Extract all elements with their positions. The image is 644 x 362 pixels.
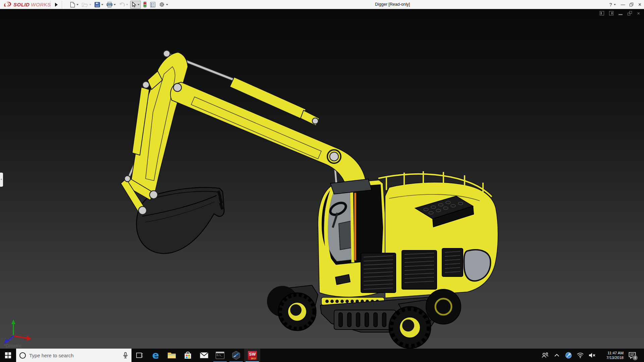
toolbar-separator-2 bbox=[62, 1, 62, 8]
taskbar-app-edge[interactable]: e bbox=[148, 349, 164, 362]
open-folder-icon bbox=[82, 2, 88, 8]
solidworks-2017-icon: SW 2017 bbox=[248, 351, 257, 360]
task-view-button[interactable] bbox=[131, 349, 148, 362]
open-dropdown[interactable] bbox=[89, 4, 91, 5]
file-properties-icon bbox=[150, 2, 156, 8]
brand-text-works: WORKS bbox=[31, 2, 51, 7]
window-controls: ? — × bbox=[609, 0, 641, 9]
titlebar: SOLID WORKS bbox=[0, 0, 644, 9]
new-document-icon bbox=[70, 2, 75, 8]
windows-taskbar: e bbox=[0, 349, 644, 362]
orientation-triad bbox=[3, 319, 32, 345]
hexagon-app-icon bbox=[231, 351, 241, 360]
notification-badge: 4 bbox=[633, 355, 638, 360]
taskbar-app-file-explorer[interactable] bbox=[164, 349, 180, 362]
taskbar-app-store[interactable] bbox=[180, 349, 196, 362]
select-cursor-icon bbox=[131, 2, 137, 8]
digger-3d-model[interactable] bbox=[0, 9, 644, 349]
save-floppy-icon bbox=[94, 2, 100, 8]
file-explorer-icon bbox=[167, 351, 176, 359]
undo-button[interactable] bbox=[118, 1, 129, 9]
options-dropdown[interactable] bbox=[166, 4, 168, 5]
graphics-viewport[interactable]: × bbox=[0, 9, 644, 349]
taskbar-app-mail[interactable] bbox=[196, 349, 212, 362]
print-button[interactable] bbox=[105, 1, 117, 9]
taskbar-search[interactable] bbox=[16, 349, 131, 362]
people-icon[interactable] bbox=[541, 352, 549, 359]
taskbar-app-solidworks[interactable]: SW 2017 bbox=[244, 349, 260, 362]
undo-dropdown[interactable] bbox=[126, 4, 128, 5]
cortana-icon bbox=[19, 352, 26, 359]
tray-security-icon[interactable] bbox=[564, 352, 573, 359]
store-icon bbox=[183, 351, 192, 360]
new-document-dropdown[interactable] bbox=[76, 4, 78, 5]
rebuild-trafficlight-icon bbox=[143, 1, 147, 8]
tray-clock[interactable]: 11:47 AM 7/13/2018 bbox=[599, 351, 624, 360]
select-tool-button[interactable] bbox=[130, 1, 141, 9]
help-dropdown[interactable] bbox=[614, 4, 616, 5]
wheel-front-right bbox=[389, 307, 431, 348]
action-center-button[interactable]: 4 bbox=[627, 349, 638, 362]
mail-icon bbox=[200, 352, 209, 359]
flyout-arrow-icon bbox=[55, 3, 58, 7]
wifi-icon[interactable] bbox=[576, 352, 585, 358]
rebuild-button[interactable] bbox=[142, 1, 148, 9]
options-button[interactable] bbox=[158, 1, 169, 9]
view-orientation-label: *Dimetric bbox=[4, 343, 22, 348]
close-button[interactable]: × bbox=[638, 2, 641, 8]
command-prompt-icon: C:\_ bbox=[216, 352, 224, 359]
task-view-icon bbox=[136, 351, 144, 359]
microphone-icon[interactable] bbox=[123, 352, 128, 359]
help-icon: ? bbox=[609, 2, 612, 7]
help-button[interactable]: ? bbox=[609, 2, 616, 7]
open-button[interactable] bbox=[80, 1, 92, 9]
clock-date: 7/13/2018 bbox=[599, 355, 624, 360]
clock-time: 11:47 AM bbox=[599, 351, 624, 355]
window-title: Digger [Read-only] bbox=[375, 0, 410, 9]
search-input[interactable] bbox=[29, 353, 119, 358]
standard-toolbar bbox=[69, 0, 169, 9]
minimize-button[interactable]: — bbox=[621, 2, 625, 7]
print-dropdown[interactable] bbox=[114, 4, 116, 5]
volume-muted-icon[interactable] bbox=[588, 352, 596, 358]
options-gear-icon bbox=[159, 1, 165, 8]
3ds-logo-icon bbox=[3, 1, 12, 8]
restore-button[interactable] bbox=[630, 3, 633, 6]
new-document-button[interactable] bbox=[69, 1, 79, 9]
undo-icon bbox=[119, 2, 125, 7]
tray-chevron-up-icon[interactable] bbox=[552, 354, 561, 357]
wheel-rear-right bbox=[426, 289, 461, 324]
save-button[interactable] bbox=[93, 1, 104, 9]
taskbar-app-hexagon[interactable] bbox=[228, 349, 244, 362]
system-tray: 11:47 AM 7/13/2018 4 bbox=[541, 349, 644, 362]
brand-text-solid: SOLID bbox=[13, 2, 30, 7]
save-dropdown[interactable] bbox=[101, 4, 103, 5]
wheel-front-left bbox=[278, 293, 316, 330]
solidworks-window: SOLID WORKS bbox=[0, 0, 644, 362]
start-button[interactable] bbox=[0, 349, 16, 362]
file-properties-button[interactable] bbox=[149, 1, 157, 9]
door-stripe bbox=[354, 193, 356, 260]
toolbar-flyout-button[interactable] bbox=[53, 1, 60, 8]
toolbar-separator bbox=[50, 1, 51, 8]
select-dropdown[interactable] bbox=[138, 4, 140, 5]
edge-icon: e bbox=[152, 350, 159, 360]
taskbar-app-command-prompt[interactable]: C:\_ bbox=[212, 349, 228, 362]
windows-logo-icon bbox=[5, 352, 11, 358]
print-icon bbox=[106, 2, 113, 8]
solidworks-logo: SOLID WORKS bbox=[3, 0, 51, 9]
